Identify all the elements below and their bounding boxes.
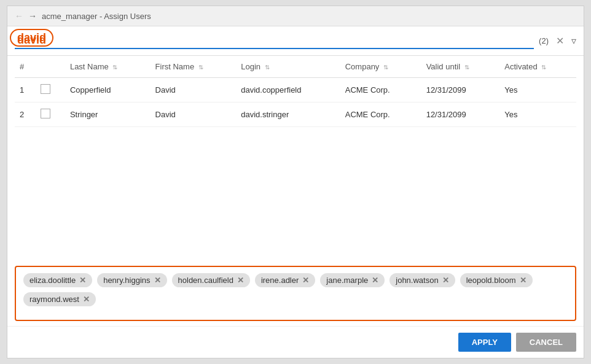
dialog-title: acme_manager - Assign Users: [42, 12, 151, 21]
col-header-first-name[interactable]: First Name ⇅: [151, 56, 237, 78]
filter-icon[interactable]: ▿: [571, 35, 576, 47]
cell-company: ACME Corp.: [340, 103, 421, 127]
sort-icon-valid-until: ⇅: [464, 64, 469, 71]
user-tag-label: eliza.doolittle: [29, 276, 76, 285]
sort-icon-first-name: ⇅: [198, 64, 203, 71]
user-tag: holden.caulfield ✕: [172, 273, 250, 287]
user-tag-remove[interactable]: ✕: [520, 276, 526, 285]
user-tag-label: henry.higgins: [103, 276, 150, 285]
col-header-checkbox: [36, 56, 65, 78]
user-tag: eliza.doolittle ✕: [23, 273, 92, 287]
cell-num: 2: [15, 103, 36, 127]
result-count: (2): [539, 36, 549, 45]
col-header-num: #: [15, 56, 36, 78]
selected-users-section: eliza.doolittle ✕ henry.higgins ✕ holden…: [15, 266, 576, 321]
table-body: 1 Copperfield David david.copperfield AC…: [15, 78, 576, 127]
col-header-company[interactable]: Company ⇅: [340, 56, 421, 78]
cell-checkbox[interactable]: [36, 78, 65, 103]
col-header-activated[interactable]: Activated ⇅: [499, 56, 576, 78]
col-header-last-name[interactable]: Last Name ⇅: [65, 56, 151, 78]
cell-company: ACME Corp.: [340, 78, 421, 103]
col-header-valid-until[interactable]: Valid until ⇅: [421, 56, 500, 78]
users-table: # Last Name ⇅ First Name ⇅ Login ⇅ Compa…: [15, 56, 576, 127]
cell-activated: Yes: [499, 78, 576, 103]
apply-button[interactable]: APPLY: [458, 333, 511, 352]
user-tag-remove[interactable]: ✕: [237, 276, 244, 285]
user-tag: raymond.west ✕: [23, 292, 96, 306]
clear-search-button[interactable]: ✕: [554, 34, 566, 48]
row-checkbox[interactable]: [41, 84, 50, 94]
search-input[interactable]: [15, 33, 534, 49]
back-arrow[interactable]: ←: [15, 11, 23, 21]
dialog-header: ← → acme_manager - Assign Users: [7, 6, 584, 26]
user-tag: leopold.bloom ✕: [460, 273, 533, 287]
user-tag-remove[interactable]: ✕: [79, 276, 86, 285]
user-tag-label: raymond.west: [29, 295, 79, 304]
search-input-wrap: david: [15, 33, 534, 49]
user-tag: henry.higgins ✕: [97, 273, 166, 287]
users-table-container: # Last Name ⇅ First Name ⇅ Login ⇅ Compa…: [7, 56, 584, 261]
cell-login: david.stringer: [236, 103, 340, 127]
cell-checkbox[interactable]: [36, 103, 65, 127]
cell-valid-until: 12/31/2099: [421, 103, 500, 127]
user-tag-label: irene.adler: [261, 276, 299, 285]
sort-icon-login: ⇅: [265, 64, 270, 71]
table-header-row: # Last Name ⇅ First Name ⇅ Login ⇅ Compa…: [15, 56, 576, 78]
cell-last-name: Copperfield: [65, 78, 151, 103]
user-tag: irene.adler ✕: [255, 273, 315, 287]
user-tag-remove[interactable]: ✕: [302, 276, 309, 285]
user-tag: john.watson ✕: [389, 273, 455, 287]
cell-activated: Yes: [499, 103, 576, 127]
table-row: 2 Stringer David david.stringer ACME Cor…: [15, 103, 576, 127]
sort-icon-last-name: ⇅: [112, 64, 117, 71]
user-tag-remove[interactable]: ✕: [442, 276, 449, 285]
user-tag-remove[interactable]: ✕: [83, 295, 90, 304]
sort-icon-activated: ⇅: [541, 64, 546, 71]
user-tag: jane.marple ✕: [320, 273, 385, 287]
user-tag-remove[interactable]: ✕: [372, 276, 378, 285]
cell-valid-until: 12/31/2099: [421, 78, 500, 103]
cell-first-name: David: [151, 78, 237, 103]
cell-last-name: Stringer: [65, 103, 151, 127]
cancel-button[interactable]: CANCEL: [516, 333, 576, 352]
cell-first-name: David: [151, 103, 237, 127]
search-bar-row: david (2) ✕ ▿: [7, 26, 584, 56]
sort-icon-company: ⇅: [383, 64, 388, 71]
user-tag-label: john.watson: [396, 276, 438, 285]
row-checkbox[interactable]: [41, 109, 50, 118]
user-tag-remove[interactable]: ✕: [154, 276, 161, 285]
table-row: 1 Copperfield David david.copperfield AC…: [15, 78, 576, 103]
user-tag-label: leopold.bloom: [466, 276, 516, 285]
user-tag-label: jane.marple: [326, 276, 368, 285]
col-header-login[interactable]: Login ⇅: [236, 56, 340, 78]
user-tag-label: holden.caulfield: [178, 276, 233, 285]
dialog-footer: APPLY CANCEL: [7, 326, 584, 358]
forward-arrow[interactable]: →: [28, 11, 37, 21]
cell-login: david.copperfield: [236, 78, 340, 103]
cell-num: 1: [15, 78, 36, 103]
assign-users-dialog: ← → acme_manager - Assign Users david (2…: [7, 6, 584, 358]
